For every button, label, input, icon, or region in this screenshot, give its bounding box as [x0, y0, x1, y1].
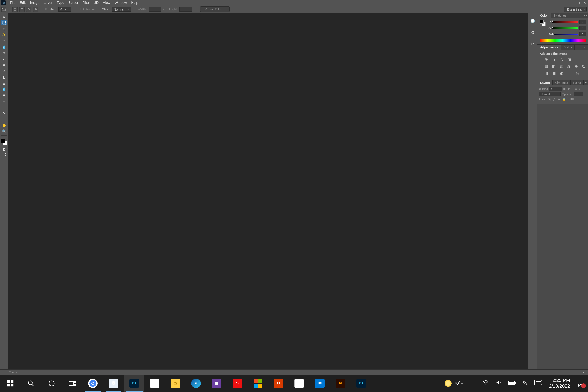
crop-tool[interactable]: ✂	[1, 38, 7, 44]
b-value[interactable]: 0	[580, 32, 586, 36]
hue-ramp[interactable]	[540, 39, 586, 42]
lasso-tool[interactable]: ➰	[1, 26, 7, 32]
taskbar-app-photos[interactable]: 🖼	[103, 374, 124, 392]
menu-type[interactable]: Type	[54, 1, 66, 5]
menu-layer[interactable]: Layer	[42, 1, 54, 5]
tab-layers[interactable]: Layers	[538, 80, 552, 85]
clone-stamp-tool[interactable]: ⛃	[1, 62, 7, 68]
workspace-switcher[interactable]: Essentials	[564, 7, 587, 12]
g-slider[interactable]	[552, 27, 578, 29]
task-view-button[interactable]	[62, 374, 82, 392]
quick-mask-toggle[interactable]: ◩	[1, 146, 7, 152]
layer-list[interactable]	[538, 104, 588, 372]
gradient-map-icon[interactable]: ▭	[567, 71, 572, 76]
photo-filter-icon[interactable]: ◉	[574, 64, 578, 69]
action-center-button[interactable]: 8	[574, 374, 588, 392]
minimize-button[interactable]: —	[569, 0, 575, 6]
brightness-contrast-icon[interactable]: ☀	[544, 57, 549, 62]
menu-view[interactable]: View	[101, 1, 112, 5]
pen-tool[interactable]: ✒	[1, 98, 7, 104]
dodge-tool[interactable]: ●	[1, 92, 7, 98]
taskbar-app-office[interactable]: O	[268, 374, 289, 392]
tab-adjustments[interactable]: Adjustments	[538, 45, 561, 50]
tab-swatches[interactable]: Swatches	[551, 13, 569, 18]
selection-add-button[interactable]: ⊕	[19, 7, 24, 12]
taskbar-clock[interactable]: 2:25 PM 2/10/2022	[545, 378, 574, 389]
search-button[interactable]	[21, 374, 41, 392]
tab-channels[interactable]: Channels	[552, 80, 570, 85]
menu-select[interactable]: Select	[66, 1, 80, 5]
taskbar-app-store[interactable]	[248, 374, 268, 392]
keyboard-icon[interactable]	[534, 380, 542, 387]
path-selection-tool[interactable]: ↖	[1, 110, 7, 116]
taskbar-app-generic1[interactable]: S	[227, 374, 248, 392]
taskbar-app-illustrator[interactable]: Ai	[330, 374, 351, 392]
kind-dropdown[interactable]: ≡	[549, 86, 562, 91]
style-dropdown[interactable]: Normal	[112, 7, 131, 12]
r-value[interactable]: 0	[580, 20, 586, 24]
lock-position-icon[interactable]: ✥	[558, 98, 560, 101]
tab-paths[interactable]: Paths	[570, 80, 584, 85]
menu-file[interactable]: File	[8, 1, 18, 5]
close-button[interactable]: ✕	[582, 0, 588, 6]
taskbar-app-explorer[interactable]: 🗀	[165, 374, 186, 392]
menu-filter[interactable]: Filter	[80, 1, 92, 5]
wifi-icon[interactable]	[483, 380, 489, 387]
tab-styles[interactable]: Styles	[561, 45, 575, 50]
properties-panel-icon[interactable]: ⚙	[530, 30, 536, 35]
filter-smart-icon[interactable]: ◈	[578, 87, 581, 90]
character-panel-icon[interactable]: ✂	[530, 41, 536, 47]
taskbar-app-photoshop-2[interactable]: Ps	[351, 374, 371, 392]
history-panel-icon[interactable]: 🕘	[530, 18, 536, 24]
timeline-tab[interactable]: Timeline	[9, 370, 20, 374]
rectangle-tool[interactable]: ▭	[1, 116, 7, 122]
eraser-tool[interactable]: ◧	[1, 74, 7, 80]
levels-icon[interactable]: ⫞	[552, 57, 556, 62]
threshold-icon[interactable]: ◐	[560, 71, 564, 76]
taskbar-app-edge[interactable]: e	[186, 374, 206, 392]
bw-icon[interactable]: ◑	[566, 64, 571, 69]
g-value[interactable]: 0	[580, 26, 586, 30]
show-hidden-icons-button[interactable]: ˄	[473, 380, 476, 387]
invert-icon[interactable]: ◨	[544, 71, 549, 76]
menu-window[interactable]: Window	[112, 1, 129, 5]
lock-transparent-icon[interactable]: ▣	[548, 98, 550, 101]
cortana-button[interactable]	[41, 374, 62, 392]
b-slider[interactable]	[552, 34, 578, 35]
eyedropper-tool[interactable]: 💧	[1, 44, 7, 50]
restore-button[interactable]: ❐	[575, 0, 582, 6]
healing-brush-tool[interactable]: ✚	[1, 50, 7, 56]
screen-mode-toggle[interactable]: ⛶	[1, 152, 7, 158]
collapse-timeline-icon[interactable]: ▾≡	[583, 370, 586, 374]
menu-edit[interactable]: Edit	[18, 1, 28, 5]
tool-preset-dropdown[interactable]	[1, 7, 6, 12]
taskbar-app-mail[interactable]: ✉	[310, 374, 330, 392]
canvas-area[interactable]	[8, 13, 528, 370]
filter-type-icon[interactable]: T	[571, 87, 573, 90]
layers-panel-menu[interactable]: ▾≡	[584, 80, 588, 85]
taskbar-app-notepad[interactable]	[144, 374, 165, 392]
marquee-tool[interactable]	[1, 20, 7, 25]
taskbar-app-photoshop[interactable]: Ps	[124, 374, 144, 392]
selection-new-button[interactable]: ▢	[12, 7, 18, 12]
start-button[interactable]	[0, 374, 21, 392]
curves-icon[interactable]: ∿	[560, 57, 564, 62]
type-tool[interactable]: T	[1, 104, 7, 110]
filter-pixel-icon[interactable]: ρ	[539, 87, 541, 90]
hand-tool[interactable]: ✋	[1, 122, 7, 128]
menu-help[interactable]: Help	[129, 1, 140, 5]
weather-widget[interactable]: 70°F	[440, 374, 468, 392]
filter-adj-icon[interactable]: ◐	[567, 87, 570, 90]
selective-color-icon[interactable]: ◎	[575, 71, 580, 76]
foreground-background-colors[interactable]	[1, 139, 7, 146]
selection-intersect-button[interactable]: ⊗	[33, 7, 38, 12]
lock-paint-icon[interactable]: 🖌	[553, 98, 556, 101]
posterize-icon[interactable]: ≣	[552, 71, 556, 76]
brush-tool[interactable]: 🖌	[1, 56, 7, 62]
history-brush-tool[interactable]: ↺	[1, 68, 7, 74]
taskbar-app-chrome[interactable]	[82, 374, 103, 392]
exposure-icon[interactable]: ▣	[567, 57, 572, 62]
feather-input[interactable]: 0 px	[58, 7, 71, 12]
lock-all-icon[interactable]: 🔒	[562, 98, 566, 101]
menu-3d[interactable]: 3D	[92, 1, 101, 5]
